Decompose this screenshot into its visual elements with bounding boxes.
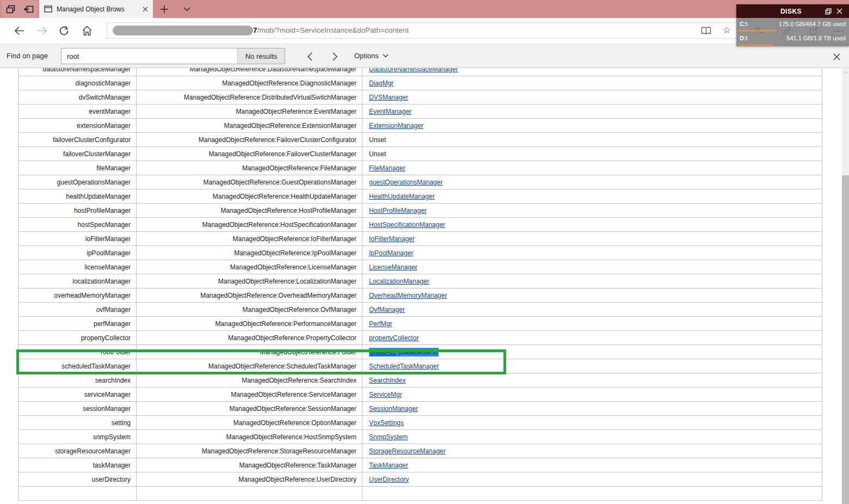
tab-close-icon[interactable] bbox=[143, 7, 148, 12]
value-link[interactable]: SessionManager bbox=[369, 405, 418, 413]
empty-cell bbox=[362, 487, 822, 501]
property-type-cell: ManagedObjectReference:LicenseManager bbox=[137, 260, 362, 274]
new-tab-button[interactable] bbox=[153, 0, 176, 18]
value-link[interactable]: TaskManager bbox=[369, 462, 408, 469]
property-value-cell: DatastoreNamespaceManager bbox=[362, 68, 822, 76]
disk-usage-bar bbox=[739, 30, 777, 32]
find-close-button[interactable] bbox=[830, 51, 842, 63]
table-row: localizationManagerManagedObjectReferenc… bbox=[19, 274, 822, 288]
value-link[interactable]: OverheadMemoryManager bbox=[369, 292, 447, 299]
vertical-scrollbar[interactable] bbox=[842, 68, 849, 504]
close-window-icon[interactable] bbox=[834, 8, 845, 14]
value-link[interactable]: DiagMgr bbox=[369, 79, 393, 87]
close-icon bbox=[833, 53, 840, 60]
browser-toolbar: 7/mob/?moid=ServiceInstance&doPath=conte… bbox=[0, 18, 849, 44]
restore-window-icon[interactable] bbox=[823, 8, 834, 15]
property-name-cell: ipPoolManager bbox=[19, 246, 137, 260]
value-link[interactable]: SearchIndex bbox=[369, 377, 405, 384]
value-link[interactable]: VpxSettings bbox=[369, 419, 404, 427]
property-value-cell: IpPoolManager bbox=[362, 246, 822, 260]
find-options-button[interactable]: Options bbox=[354, 52, 389, 60]
table-row: taskManagerManagedObjectReference:TaskMa… bbox=[19, 458, 822, 472]
tabs-dropdown-button[interactable] bbox=[176, 0, 198, 18]
table-row: ipPoolManagerManagedObjectReference:IpPo… bbox=[19, 246, 822, 260]
property-value-cell: LicenseManager bbox=[362, 260, 822, 274]
find-input[interactable] bbox=[61, 48, 237, 64]
set-aside-icon bbox=[24, 5, 34, 14]
property-value-cell: OvfManager bbox=[362, 303, 822, 317]
property-type-cell: ManagedObjectReference:ScheduledTaskMana… bbox=[137, 359, 362, 373]
property-type-cell: ManagedObjectReference:HealthUpdateManag… bbox=[137, 189, 362, 204]
value-link[interactable]: PerfMgr bbox=[369, 320, 392, 328]
property-value-cell: ServiceMgr bbox=[362, 388, 822, 402]
value-link[interactable]: propertyCollector bbox=[369, 334, 419, 342]
property-name-cell: localizationManager bbox=[19, 274, 137, 288]
set-tabs-aside-button[interactable] bbox=[20, 1, 38, 18]
value-link[interactable]: DVSManager bbox=[369, 94, 408, 101]
favorite-star-icon[interactable]: ☆ bbox=[723, 25, 731, 36]
table-row: ioFilterManagerManagedObjectReference:Io… bbox=[19, 232, 822, 246]
value-link[interactable]: StorageResourceManager bbox=[369, 447, 446, 455]
scroll-up-arrow-icon[interactable] bbox=[843, 71, 848, 74]
value-link[interactable]: DatastoreNamespaceManager bbox=[369, 68, 458, 73]
property-name-cell: scheduledTaskManager bbox=[19, 359, 137, 373]
property-type-cell: ManagedObjectReference:DatastoreNamespac… bbox=[137, 68, 362, 76]
value-link[interactable]: LocalizationManager bbox=[369, 278, 429, 285]
property-name-cell: overheadMemoryManager bbox=[19, 288, 137, 303]
property-type-cell: ManagedObjectReference:DiagnosticManager bbox=[137, 76, 362, 90]
stacked-tabs-icon bbox=[6, 5, 15, 14]
value-link[interactable]: SnmpSystem bbox=[369, 433, 408, 441]
property-name-cell: eventManager bbox=[19, 105, 137, 119]
find-next-button[interactable] bbox=[329, 51, 341, 62]
mob-table-body: datastoreNamespaceManagerManagedObjectRe… bbox=[19, 68, 822, 501]
value-link[interactable]: group-d1 bbox=[370, 348, 396, 356]
value-link[interactable]: UserDirectory bbox=[369, 476, 409, 483]
property-type-cell: ManagedObjectReference:ServiceManager bbox=[137, 388, 362, 402]
property-name-cell: extensionManager bbox=[19, 119, 137, 133]
value-link[interactable]: LicenseManager bbox=[369, 263, 417, 271]
find-previous-button[interactable] bbox=[304, 51, 316, 62]
value-link[interactable]: IpPoolManager bbox=[369, 249, 413, 257]
value-link[interactable]: ExtensionManager bbox=[369, 122, 423, 130]
address-bar[interactable]: 7/mob/?moid=ServiceInstance&doPath=conte… bbox=[107, 22, 740, 39]
property-type-cell: ManagedObjectReference:GuestOperationsMa… bbox=[137, 175, 362, 189]
value-link[interactable]: IoFilterManager bbox=[369, 235, 415, 243]
tab-preview-button[interactable] bbox=[2, 1, 20, 18]
selection-highlight: group-d1 (Datacenters) bbox=[369, 348, 439, 357]
table-row: fileManagerManagedObjectReference:FileMa… bbox=[19, 161, 822, 175]
browser-tab[interactable]: Managed Object Brows bbox=[39, 0, 153, 18]
value-link[interactable]: HostSpecificationManager bbox=[369, 221, 445, 229]
property-name-cell: searchIndex bbox=[19, 373, 137, 388]
value-link[interactable]: FileManager bbox=[369, 164, 405, 172]
find-input-group: No results bbox=[61, 48, 285, 64]
property-name-cell: serviceManager bbox=[19, 388, 137, 402]
value-link[interactable]: ServiceMgr bbox=[369, 391, 402, 398]
table-row: rootFolderManagedObjectReference:Folderg… bbox=[19, 345, 822, 359]
table-row: eventManagerManagedObjectReference:Event… bbox=[19, 105, 822, 119]
property-name-cell: ovfManager bbox=[19, 303, 137, 317]
url-text: 7/mob/?moid=ServiceInstance&doPath=conte… bbox=[253, 23, 409, 38]
table-row: ovfManagerManagedObjectReference:OvfMana… bbox=[19, 303, 822, 317]
disks-widget-titlebar[interactable]: DISKS bbox=[736, 4, 849, 18]
value-link[interactable]: HostProfileManager bbox=[369, 207, 427, 214]
property-type-cell: ManagedObjectReference:HostProfileManage… bbox=[137, 204, 362, 218]
find-result-status: No results bbox=[237, 48, 285, 64]
property-type-cell: ManagedObjectReference:ExtensionManager bbox=[137, 119, 362, 133]
value-link[interactable]: OvfManager bbox=[369, 306, 405, 314]
value-link[interactable]: EventManager bbox=[369, 108, 411, 115]
value-link[interactable]: guestOperationsManager bbox=[369, 179, 442, 186]
value-link[interactable]: HealthUpdateManager bbox=[369, 193, 435, 200]
property-name-cell: fileManager bbox=[19, 161, 137, 175]
scrollbar-thumb[interactable] bbox=[842, 175, 849, 504]
back-button[interactable] bbox=[14, 26, 24, 36]
property-name-cell: failoverClusterConfigurator bbox=[19, 133, 137, 147]
table-row: serviceManagerManagedObjectReference:Ser… bbox=[19, 388, 822, 402]
home-button[interactable] bbox=[82, 26, 93, 36]
value-link[interactable]: ScheduledTaskManager bbox=[369, 362, 439, 370]
disk-usage-bar bbox=[739, 44, 773, 46]
refresh-button[interactable] bbox=[59, 26, 69, 36]
forward-button[interactable] bbox=[37, 26, 47, 36]
reading-view-icon[interactable] bbox=[701, 27, 711, 35]
table-row bbox=[19, 487, 822, 501]
find-on-page-bar: Find on page No results Options bbox=[0, 44, 849, 68]
